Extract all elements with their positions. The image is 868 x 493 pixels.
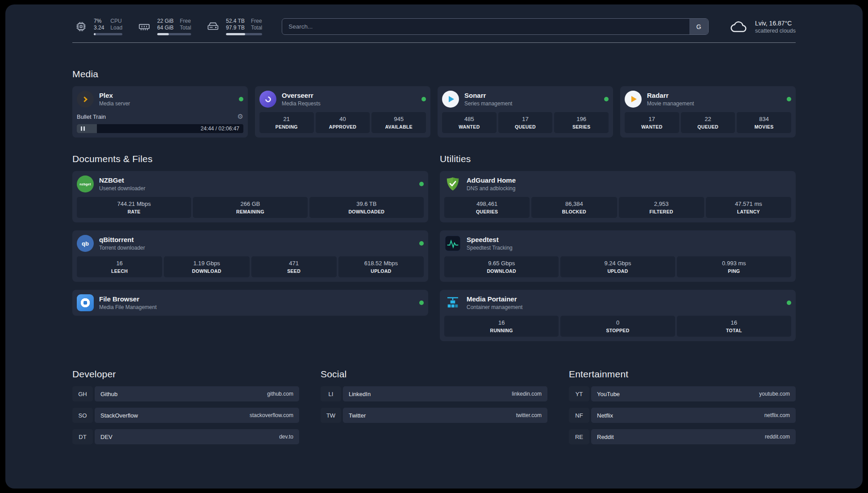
app-description: Movie management (647, 100, 694, 107)
bookmark-abbr: DT (72, 429, 93, 444)
topbar-divider (72, 42, 796, 43)
app-name: NZBGet (99, 176, 145, 184)
cpu-progress-bar (94, 33, 122, 35)
bookmark-reddit[interactable]: RE Redditreddit.com (569, 429, 796, 444)
app-name: Overseerr (282, 92, 321, 99)
stat-movies: 834MOVIES (737, 112, 791, 133)
stat-download: 1.19 GbpsDOWNLOAD (164, 256, 249, 277)
search-bar: G (282, 18, 709, 35)
stat-queued: 22QUEUED (681, 112, 735, 133)
pause-icon[interactable] (81, 126, 85, 131)
disk-icon (204, 18, 221, 35)
app-name: AdGuard Home (467, 176, 516, 184)
adguard-icon (444, 175, 461, 192)
card-portainer[interactable]: Media Portainer Container management 16R… (440, 290, 796, 341)
stat-blocked: 86,384BLOCKED (531, 197, 617, 218)
cpu-load-label: Load (110, 25, 122, 31)
memory-widget: 22 GiB 64 GiB Free Total (136, 18, 191, 35)
bookmark-abbr: LI (321, 386, 341, 401)
cloud-icon (728, 19, 750, 35)
portainer-icon (444, 294, 461, 311)
app-description: Media File Management (99, 304, 157, 310)
card-plex[interactable]: Plex Media server Bullet Train ⚙ 24:44 /… (72, 86, 248, 138)
memory-icon (136, 18, 153, 35)
bookmark-abbr: GH (72, 386, 93, 401)
card-qbittorrent[interactable]: qb qBittorrent Torrent downloader 16LEEC… (72, 230, 428, 282)
bookmark-linkedin[interactable]: LI LinkedInlinkedin.com (321, 386, 547, 401)
stat-queued: 17QUEUED (498, 112, 553, 133)
bookmark-dev[interactable]: DT DEVdev.to (72, 429, 299, 444)
bookmark-stackoverflow[interactable]: SO StackOverflowstackoverflow.com (72, 408, 299, 423)
disk-widget: 52.4 TB 97.9 TB Free Total (204, 18, 262, 35)
bookmark-group-entertainment: Entertainment YT YouTubeyoutube.com NF N… (569, 369, 796, 444)
search-input[interactable] (282, 18, 709, 35)
status-dot (787, 97, 791, 101)
card-sonarr[interactable]: Sonarr Series management 485WANTED 17QUE… (438, 86, 613, 138)
app-description: Container management (467, 304, 522, 310)
disk-free-label: Free (251, 18, 262, 24)
section-title-media: Media (72, 69, 796, 79)
speedtest-icon (444, 235, 461, 252)
card-filebrowser[interactable]: File Browser Media File Management (72, 290, 428, 316)
app-name: File Browser (99, 295, 157, 303)
stat-stopped: 0STOPPED (560, 316, 675, 337)
playback-progress-bar[interactable]: 24:44 / 02:06:47 (77, 124, 243, 133)
weather-location: Lviv, 16.87°C (755, 20, 796, 27)
cpu-load: 3.24 (94, 25, 104, 31)
bookmark-github[interactable]: GH Githubgithub.com (72, 386, 299, 401)
weather-condition: scattered clouds (755, 28, 796, 34)
playback-time: 24:44 / 02:06:47 (200, 125, 243, 132)
stat-latency: 47.571 msLATENCY (706, 197, 791, 218)
stat-approved: 40APPROVED (316, 112, 370, 133)
memory-free: 22 GiB (157, 18, 174, 24)
stat-seed: 471SEED (251, 256, 337, 277)
app-description: Media server (99, 100, 130, 107)
stat-leech: 16LEECH (77, 256, 162, 277)
stat-wanted: 17WANTED (625, 112, 679, 133)
radarr-icon (625, 91, 642, 108)
card-radarr[interactable]: Radarr Movie management 17WANTED 22QUEUE… (620, 86, 796, 138)
bookmark-abbr: SO (72, 408, 93, 423)
disk-total-label: Total (251, 25, 262, 31)
search-provider-button[interactable]: G (689, 19, 708, 34)
card-speedtest[interactable]: Speedtest Speedtest Tracking 9.65 GbpsDO… (440, 230, 796, 282)
status-dot (419, 301, 424, 305)
stat-pending: 21PENDING (259, 112, 314, 133)
stat-upload: 9.24 GbpsUPLOAD (560, 256, 675, 277)
memory-progress-bar (157, 33, 191, 35)
card-overseerr[interactable]: Overseerr Media Requests 21PENDING 40APP… (255, 86, 430, 138)
card-nzbget[interactable]: nzbget NZBGet Usenet downloader 744.21 M… (72, 171, 428, 222)
section-title-entertainment: Entertainment (569, 369, 796, 380)
disk-progress-bar (226, 33, 262, 35)
status-dot (419, 182, 424, 186)
cpu-icon (72, 18, 89, 35)
stat-total: 16TOTAL (677, 316, 791, 337)
section-title-utilities: Utilities (440, 154, 796, 164)
app-description: Speedtest Tracking (467, 245, 513, 251)
dashboard: 7% 3.24 CPU Load (5, 4, 863, 489)
overseerr-icon (259, 91, 276, 108)
qbittorrent-icon: qb (77, 235, 94, 252)
stat-series: 196SERIES (554, 112, 609, 133)
memory-total-label: Total (180, 25, 191, 31)
disk-free: 52.4 TB (226, 18, 245, 24)
card-adguard[interactable]: AdGuard Home DNS and adblocking 498,461Q… (440, 171, 796, 222)
bookmark-twitter[interactable]: TW Twittertwitter.com (321, 408, 547, 423)
now-playing-title: Bullet Train (77, 113, 106, 120)
app-name: Media Portainer (467, 295, 522, 303)
status-dot (419, 241, 424, 246)
bookmark-youtube[interactable]: YT YouTubeyoutube.com (569, 386, 796, 401)
gear-icon[interactable]: ⚙ (238, 113, 243, 121)
app-name: Sonarr (464, 92, 512, 99)
app-description: Usenet downloader (99, 185, 145, 192)
section-title-developer: Developer (72, 369, 299, 380)
disk-total: 97.9 TB (226, 25, 245, 31)
memory-total: 64 GiB (157, 25, 174, 31)
stat-rate: 744.21 MbpsRATE (77, 197, 191, 218)
stat-queries: 498,461QUERIES (444, 197, 530, 218)
bookmark-netflix[interactable]: NF Netflixnetflix.com (569, 408, 796, 423)
cpu-percent: 7% (94, 18, 104, 24)
status-dot (604, 97, 609, 101)
stat-upload: 618.52 MbpsUPLOAD (338, 256, 424, 277)
weather-widget: Lviv, 16.87°C scattered clouds (728, 19, 796, 35)
